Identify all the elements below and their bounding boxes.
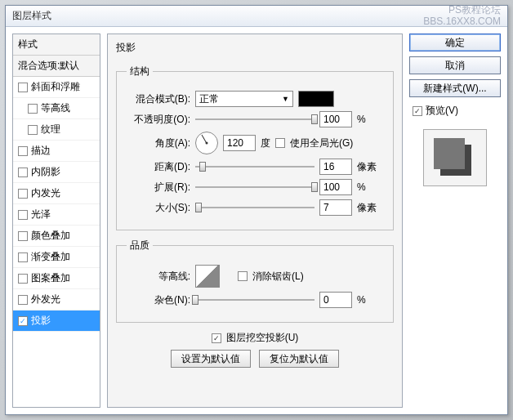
window-title: 图层样式 xyxy=(12,9,51,23)
style-checkbox[interactable] xyxy=(18,274,28,284)
style-item-label: 投影 xyxy=(31,314,51,328)
contour-label: 等高线: xyxy=(127,270,190,284)
style-item-label: 图案叠加 xyxy=(31,271,70,285)
dialog-buttons: 确定 取消 新建样式(W)... ✓ 预览(V) xyxy=(409,34,501,408)
quality-legend: 品质 xyxy=(127,239,153,252)
opacity-label: 不透明度(O): xyxy=(127,113,190,127)
structure-legend: 结构 xyxy=(127,65,153,78)
new-style-button[interactable]: 新建样式(W)... xyxy=(409,79,501,97)
style-item-8[interactable]: 渐变叠加 xyxy=(13,247,100,268)
watermark: PS教程论坛 BBS.16XX8.COM xyxy=(423,5,501,26)
style-checkbox[interactable] xyxy=(28,104,38,114)
style-item-5[interactable]: 内发光 xyxy=(13,183,100,204)
effect-panel: 投影 结构 混合模式(B): 正常 ▼ 不透明度(O): 100 % xyxy=(107,34,403,408)
panel-title: 投影 xyxy=(116,39,394,60)
opacity-slider[interactable] xyxy=(195,112,314,127)
size-label: 大小(S): xyxy=(127,201,190,215)
antialias-label: 消除锯齿(L) xyxy=(252,270,304,284)
style-checkbox[interactable] xyxy=(18,252,28,262)
style-item-label: 渐变叠加 xyxy=(31,250,70,264)
style-checkbox[interactable] xyxy=(18,168,28,177)
structure-group: 结构 混合模式(B): 正常 ▼ 不透明度(O): 100 % 角度 xyxy=(116,65,394,230)
preview-checkbox[interactable]: ✓ xyxy=(413,106,422,116)
style-item-label: 内发光 xyxy=(31,186,60,200)
style-item-3[interactable]: 描边 xyxy=(13,141,100,162)
blending-options-default[interactable]: 混合选项:默认 xyxy=(13,56,100,77)
style-item-2[interactable]: 纹理 xyxy=(13,119,100,141)
style-item-label: 斜面和浮雕 xyxy=(31,80,80,94)
size-input[interactable]: 7 xyxy=(319,199,352,216)
style-checkbox[interactable] xyxy=(18,210,28,220)
quality-group: 品质 等高线: 消除锯齿(L) 杂色(N): 0 % xyxy=(116,239,394,323)
preview-thumbnail xyxy=(423,129,487,186)
preview-label: 预览(V) xyxy=(426,104,458,118)
angle-dial[interactable] xyxy=(195,132,218,154)
style-checkbox[interactable]: ✓ xyxy=(18,316,28,326)
style-checkbox[interactable] xyxy=(18,146,28,156)
reset-default-button[interactable]: 复位为默认值 xyxy=(259,350,339,368)
style-item-6[interactable]: 光泽 xyxy=(13,204,100,226)
spread-input[interactable]: 100 xyxy=(319,179,352,195)
blend-mode-label: 混合模式(B): xyxy=(127,92,190,106)
style-item-10[interactable]: 外发光 xyxy=(13,289,100,311)
contour-picker[interactable] xyxy=(195,265,220,288)
cancel-button[interactable]: 取消 xyxy=(409,56,501,74)
style-item-label: 光泽 xyxy=(31,208,51,221)
style-item-label: 描边 xyxy=(31,144,51,158)
blend-mode-combo[interactable]: 正常 ▼ xyxy=(195,91,293,107)
style-checkbox[interactable] xyxy=(18,231,28,241)
opacity-input[interactable]: 100 xyxy=(319,111,352,127)
styles-header: 样式 xyxy=(13,34,100,56)
size-slider[interactable] xyxy=(195,200,314,215)
knockout-label: 图层挖空投影(U) xyxy=(226,331,299,345)
knockout-checkbox[interactable]: ✓ xyxy=(212,333,221,343)
style-item-1[interactable]: 等高线 xyxy=(13,98,100,119)
style-item-4[interactable]: 内阴影 xyxy=(13,162,100,183)
noise-label: 杂色(N): xyxy=(127,293,190,307)
ok-button[interactable]: 确定 xyxy=(409,34,501,51)
style-checkbox[interactable] xyxy=(18,189,28,199)
style-checkbox[interactable] xyxy=(18,295,28,305)
style-item-11[interactable]: ✓投影 xyxy=(13,311,100,332)
style-item-label: 等高线 xyxy=(41,101,70,115)
styles-list: 样式 混合选项:默认 斜面和浮雕等高线纹理描边内阴影内发光光泽颜色叠加渐变叠加图… xyxy=(12,34,100,408)
style-item-label: 内阴影 xyxy=(31,165,60,179)
global-light-checkbox[interactable] xyxy=(275,138,285,148)
style-item-label: 纹理 xyxy=(41,123,60,136)
spread-label: 扩展(R): xyxy=(127,181,190,194)
style-item-0[interactable]: 斜面和浮雕 xyxy=(13,77,100,98)
angle-input[interactable]: 120 xyxy=(223,135,256,151)
layer-style-dialog: 图层样式 PS教程论坛 BBS.16XX8.COM 样式 混合选项:默认 斜面和… xyxy=(5,5,508,415)
style-item-label: 颜色叠加 xyxy=(31,229,70,243)
antialias-checkbox[interactable] xyxy=(238,271,248,281)
chevron-down-icon: ▼ xyxy=(282,95,289,103)
style-item-label: 外发光 xyxy=(31,293,60,306)
make-default-button[interactable]: 设置为默认值 xyxy=(171,350,251,368)
shadow-color-swatch[interactable] xyxy=(298,91,334,107)
style-checkbox[interactable] xyxy=(18,83,28,92)
spread-slider[interactable] xyxy=(195,180,314,194)
style-item-7[interactable]: 颜色叠加 xyxy=(13,226,100,247)
distance-label: 距离(D): xyxy=(127,160,190,174)
noise-input[interactable]: 0 xyxy=(319,292,352,308)
global-light-label: 使用全局光(G) xyxy=(290,136,353,150)
style-item-9[interactable]: 图案叠加 xyxy=(13,268,100,289)
angle-label: 角度(A): xyxy=(127,136,190,150)
style-checkbox[interactable] xyxy=(28,125,38,135)
distance-slider[interactable] xyxy=(195,159,314,174)
distance-input[interactable]: 16 xyxy=(319,159,352,175)
titlebar: 图层样式 PS教程论坛 BBS.16XX8.COM xyxy=(6,6,507,27)
noise-slider[interactable] xyxy=(195,293,314,307)
